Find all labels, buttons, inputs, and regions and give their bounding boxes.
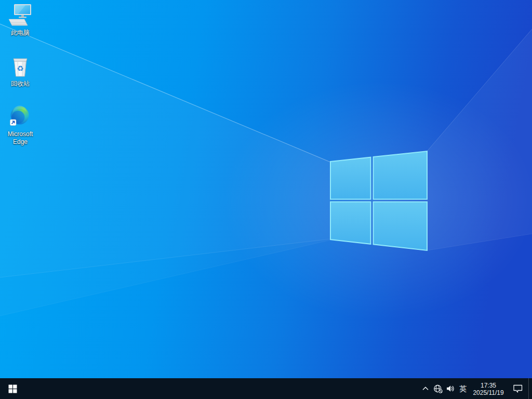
language-indicator[interactable]: 英	[457, 378, 469, 399]
svg-text:♻: ♻	[17, 64, 23, 73]
recycle-bin-icon: ♻	[8, 54, 33, 79]
desktop: 此电脑 ♻ 回收站	[0, 0, 532, 399]
tray-chevron-button[interactable]	[419, 378, 432, 399]
desktop-icon-recycle-bin[interactable]: ♻ 回收站	[1, 54, 40, 88]
wallpaper	[0, 0, 532, 378]
action-center-icon	[513, 384, 523, 393]
network-button[interactable]	[432, 378, 444, 399]
clock[interactable]: 17:35 2025/11/19	[469, 378, 508, 399]
globe-no-internet-icon	[433, 384, 443, 394]
show-desktop-button[interactable]	[528, 378, 532, 399]
this-pc-icon	[8, 3, 33, 28]
windows-start-icon	[8, 384, 17, 393]
clock-time: 17:35	[469, 382, 508, 389]
desktop-icon-this-pc[interactable]: 此电脑	[1, 3, 40, 37]
action-center-button[interactable]	[508, 378, 528, 399]
clock-date: 2025/11/19	[469, 389, 508, 396]
desktop-icon-label: Microsoft Edge	[1, 130, 39, 146]
microsoft-edge-icon	[8, 104, 33, 129]
desktop-icon-label: 回收站	[11, 80, 30, 88]
volume-button[interactable]	[444, 378, 457, 399]
desktop-icon-microsoft-edge[interactable]: Microsoft Edge	[1, 104, 40, 146]
system-tray: 英 17:35 2025/11/19	[419, 378, 532, 399]
taskbar: 英 17:35 2025/11/19	[0, 378, 532, 399]
chevron-up-icon	[422, 387, 429, 391]
desktop-icon-label: 此电脑	[11, 29, 30, 37]
start-button[interactable]	[0, 378, 25, 399]
speaker-icon	[446, 384, 455, 393]
